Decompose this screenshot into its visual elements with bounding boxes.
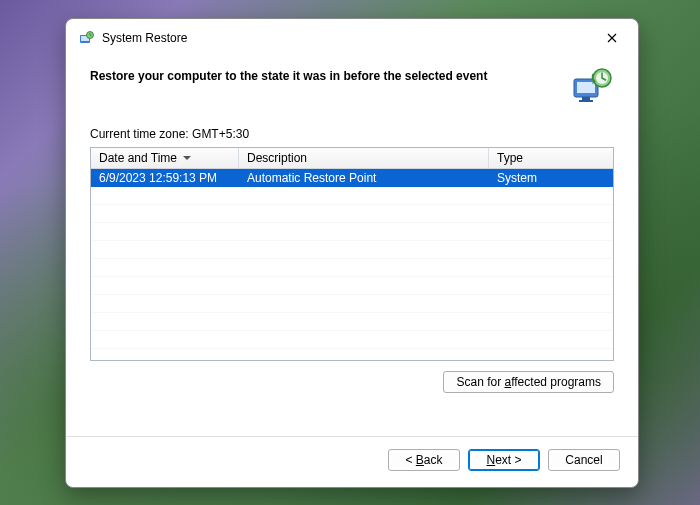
system-restore-dialog: System Restore Restore your computer to … <box>65 18 639 488</box>
table-row[interactable]: 6/9/2023 12:59:13 PM Automatic Restore P… <box>91 169 613 187</box>
table-header: Date and Time Description Type <box>91 148 613 169</box>
column-header-type[interactable]: Type <box>489 148 613 168</box>
column-header-description[interactable]: Description <box>239 148 489 168</box>
page-heading: Restore your computer to the state it wa… <box>90 65 554 83</box>
column-header-date-label: Date and Time <box>99 151 177 165</box>
svg-rect-6 <box>579 100 593 102</box>
table-body[interactable]: 6/9/2023 12:59:13 PM Automatic Restore P… <box>91 169 613 360</box>
back-button[interactable]: < Back <box>388 449 460 471</box>
cancel-button[interactable]: Cancel <box>548 449 620 471</box>
timezone-label: Current time zone: GMT+5:30 <box>90 127 614 141</box>
column-header-date[interactable]: Date and Time <box>91 148 239 168</box>
close-icon <box>607 33 617 43</box>
action-row: Scan for affected programs <box>90 361 614 393</box>
sort-descending-icon <box>183 156 191 160</box>
close-button[interactable] <box>598 27 626 49</box>
restore-points-table: Date and Time Description Type 6/9/2023 … <box>90 147 614 361</box>
cell-date: 6/9/2023 12:59:13 PM <box>91 171 239 185</box>
column-header-description-label: Description <box>247 151 307 165</box>
restore-hero-icon <box>570 65 614 109</box>
cell-type: System <box>489 171 613 185</box>
cell-description: Automatic Restore Point <box>239 171 489 185</box>
window-title: System Restore <box>102 31 590 45</box>
next-button[interactable]: Next > <box>468 449 540 471</box>
scan-affected-programs-button[interactable]: Scan for affected programs <box>443 371 614 393</box>
system-restore-icon <box>78 30 94 46</box>
wizard-footer: < Back Next > Cancel <box>66 436 638 487</box>
dialog-body: Current time zone: GMT+5:30 Date and Tim… <box>66 127 638 436</box>
header: Restore your computer to the state it wa… <box>66 55 638 127</box>
svg-rect-5 <box>582 97 590 100</box>
column-header-type-label: Type <box>497 151 523 165</box>
titlebar: System Restore <box>66 19 638 55</box>
